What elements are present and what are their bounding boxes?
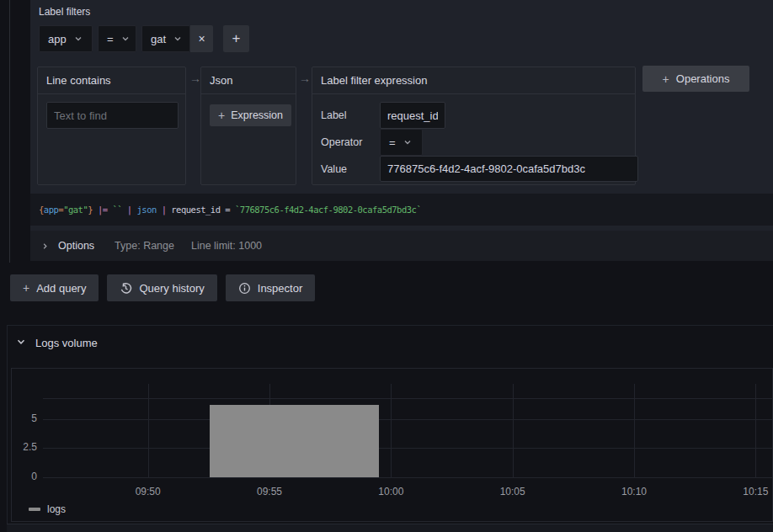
plus-icon: + xyxy=(663,73,669,85)
chart-plot[interactable] xyxy=(43,384,772,477)
chart-hgridline xyxy=(43,419,772,420)
query-token: |= xyxy=(98,205,108,215)
next-panel-edge xyxy=(7,524,773,532)
chart-x-tick-label: 10:10 xyxy=(609,486,659,497)
label-value-value: gat xyxy=(151,33,166,45)
logs-series-swatch xyxy=(29,508,40,511)
label-name-select[interactable]: app xyxy=(39,25,93,52)
inspector-label: Inspector xyxy=(258,282,302,295)
chart-x-tick-label: 10:00 xyxy=(365,486,416,497)
label-field-input[interactable] xyxy=(380,102,445,129)
plus-icon: + xyxy=(23,282,29,294)
label-field-label: Label xyxy=(321,102,347,129)
add-expression-button[interactable]: + Expression xyxy=(210,104,291,126)
chart-hgridline xyxy=(43,477,772,478)
options-toggle[interactable]: Options Type: Range Line limit: 1000 xyxy=(30,231,773,261)
logs-volume-title: Logs volume xyxy=(35,337,98,349)
options-type: Type: Range xyxy=(115,240,174,252)
chevron-down-icon xyxy=(74,33,83,45)
legend-item-logs[interactable]: logs xyxy=(29,503,66,515)
query-preview-row: {app="gat"} |= `` | json | request_id = … xyxy=(30,194,773,226)
toolbar-row: + Add query Query history Inspector xyxy=(10,274,315,301)
close-icon: × xyxy=(198,32,205,45)
operation-title: Label filter expression xyxy=(312,67,635,94)
query-token: json xyxy=(137,205,157,215)
arrow-right-icon: → xyxy=(189,72,201,84)
logs-volume-collapse-toggle[interactable]: Logs volume xyxy=(16,337,98,349)
chart-x-tick-label: 09:50 xyxy=(123,486,173,497)
inspector-button[interactable]: Inspector xyxy=(226,274,315,301)
operator-field-value: = xyxy=(389,136,396,149)
chevron-down-icon xyxy=(16,337,26,349)
chart-x-tick-label: 09:55 xyxy=(244,486,295,497)
chart-vgridline xyxy=(148,384,149,477)
add-filter-button[interactable]: + xyxy=(223,25,249,52)
query-row-accent xyxy=(9,0,10,263)
chevron-down-icon xyxy=(121,33,130,45)
legend-label: logs xyxy=(47,503,66,515)
add-expression-label: Expression xyxy=(231,109,283,121)
operation-line-contains: Line contains xyxy=(37,66,186,185)
operator-field-label: Operator xyxy=(321,129,362,156)
label-name-value: app xyxy=(48,33,67,45)
label-filters-row: app = gat × + xyxy=(39,25,249,52)
label-operator-value: = xyxy=(107,33,114,45)
chart-y-tick-label: 5 xyxy=(12,412,37,424)
value-field-input[interactable] xyxy=(380,156,638,182)
query-history-button[interactable]: Query history xyxy=(107,274,216,301)
value-field-label: Value xyxy=(321,156,347,183)
chart-vgridline xyxy=(634,384,635,477)
query-history-label: Query history xyxy=(139,282,204,295)
query-preview-code: {app="gat"} |= `` | json | request_id = … xyxy=(39,194,421,226)
operation-json: Json + Expression xyxy=(200,66,296,185)
label-operator-select[interactable]: = xyxy=(98,25,136,52)
add-query-button[interactable]: + Add query xyxy=(10,274,99,301)
chart-x-tick-label: 10:15 xyxy=(730,486,773,497)
plus-icon: + xyxy=(232,30,241,47)
operator-field-select[interactable]: = xyxy=(380,129,423,156)
history-icon xyxy=(120,282,132,295)
query-token: app xyxy=(44,205,58,215)
info-icon xyxy=(238,282,251,295)
chart-y-tick-label: 0 xyxy=(12,471,37,482)
operation-label-filter-expression: Label filter expression Label Operator =… xyxy=(312,66,636,185)
plus-icon: + xyxy=(218,109,225,121)
chevron-right-icon xyxy=(41,242,49,250)
operations-label: Operations xyxy=(676,72,730,85)
label-value-select[interactable]: gat xyxy=(141,25,190,52)
query-editor-section: Label filters app = gat × + Line contain… xyxy=(30,0,773,261)
options-label: Options xyxy=(58,240,94,252)
operations-button[interactable]: + Operations xyxy=(642,66,749,92)
operation-title: Json xyxy=(201,67,296,94)
remove-filter-button[interactable]: × xyxy=(190,25,213,52)
chart-hgridline xyxy=(43,448,772,449)
chart-hgridline xyxy=(43,398,772,399)
chart-vgridline xyxy=(391,384,392,477)
chart-y-tick-label: 2.5 xyxy=(12,441,37,453)
logs-volume-chart: logs 02.5509:5009:5510:0010:0510:1010:15 xyxy=(11,368,773,522)
add-query-label: Add query xyxy=(36,282,86,295)
chevron-down-icon xyxy=(403,136,412,149)
arrow-right-icon: → xyxy=(299,72,311,84)
options-line-limit: Line limit: 1000 xyxy=(191,240,262,252)
chart-vgridline xyxy=(755,384,756,477)
chart-vgridline xyxy=(513,384,514,477)
line-contains-input[interactable] xyxy=(46,102,179,129)
query-token: `776875c6-f4d2-4acf-9802-0cafa5d7bd3c` xyxy=(235,205,421,215)
label-filters-title: Label filters xyxy=(39,6,90,18)
operation-title: Line contains xyxy=(38,67,185,94)
chart-bar xyxy=(210,405,379,477)
chevron-down-icon xyxy=(173,33,182,45)
chart-x-tick-label: 10:05 xyxy=(488,486,538,497)
query-token: `` xyxy=(112,205,122,215)
query-token: "gat" xyxy=(63,205,88,215)
query-token: request_id = xyxy=(166,205,235,215)
